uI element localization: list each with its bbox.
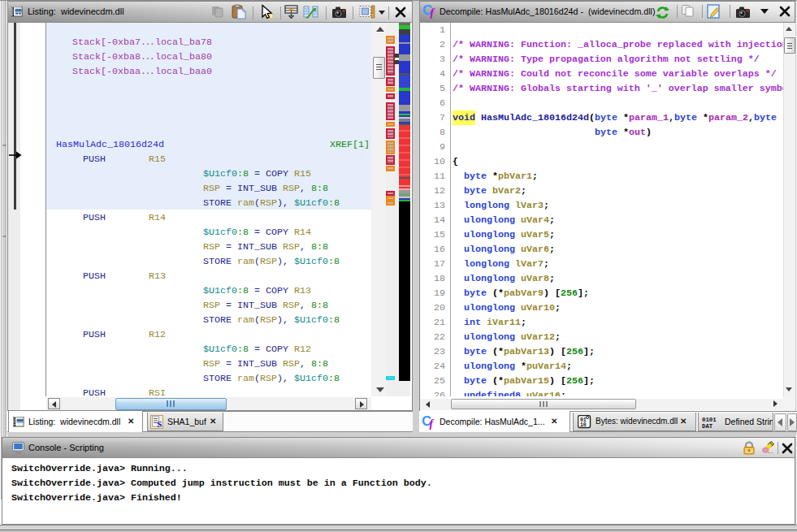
svg-text:0101: 0101 [702, 417, 717, 423]
svg-text:10: 10 [580, 422, 587, 428]
svg-text:DAT: DAT [702, 423, 713, 429]
svg-text:S: S [157, 419, 162, 429]
